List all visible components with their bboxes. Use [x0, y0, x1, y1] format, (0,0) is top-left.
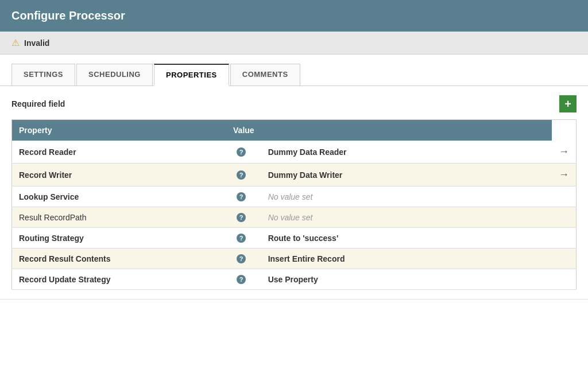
- table-row[interactable]: Record Reader?Dummy Data Reader→: [12, 141, 577, 164]
- col-header-action: [261, 120, 552, 141]
- status-bar: ⚠ Invalid: [0, 32, 588, 55]
- property-value[interactable]: Insert Entire Record: [261, 248, 552, 269]
- property-value[interactable]: No value set: [261, 207, 552, 228]
- dialog-header: Configure Processor: [0, 0, 588, 32]
- table-row[interactable]: Lookup Service?No value set: [12, 187, 577, 207]
- tab-scheduling[interactable]: SCHEDULING: [76, 64, 153, 86]
- add-property-button[interactable]: +: [559, 95, 577, 112]
- property-value[interactable]: Dummy Data Writer: [261, 164, 552, 187]
- help-cell: ?: [226, 248, 261, 269]
- arrow-cell: [552, 228, 577, 248]
- table-row[interactable]: Record Writer?Dummy Data Writer→: [12, 164, 577, 187]
- table-row[interactable]: Result RecordPath?No value set: [12, 207, 577, 228]
- navigate-arrow-icon[interactable]: →: [559, 146, 569, 157]
- required-field-row: Required field +: [11, 95, 577, 112]
- help-icon[interactable]: ?: [237, 234, 246, 243]
- property-name: Record Writer: [12, 164, 227, 187]
- help-cell: ?: [226, 269, 261, 290]
- warning-icon: ⚠: [11, 37, 20, 48]
- property-name: Routing Strategy: [12, 228, 227, 248]
- property-name: Record Reader: [12, 141, 227, 164]
- tabs-bar: SETTINGS SCHEDULING PROPERTIES COMMENTS: [0, 55, 588, 86]
- tab-comments[interactable]: COMMENTS: [230, 64, 300, 86]
- arrow-cell[interactable]: →: [552, 141, 577, 164]
- dialog-title: Configure Processor: [11, 9, 125, 22]
- help-icon[interactable]: ?: [237, 170, 246, 180]
- help-icon[interactable]: ?: [237, 147, 246, 157]
- property-name: Record Result Contents: [12, 248, 227, 269]
- help-icon[interactable]: ?: [237, 213, 246, 222]
- properties-table: Property Value Record Reader?Dummy Data …: [11, 119, 577, 290]
- table-row[interactable]: Record Result Contents?Insert Entire Rec…: [12, 248, 577, 269]
- navigate-arrow-icon[interactable]: →: [559, 169, 569, 180]
- content-area: Required field + Property Value Record R…: [0, 86, 588, 300]
- property-name: Lookup Service: [12, 187, 227, 207]
- property-value[interactable]: Dummy Data Reader: [261, 141, 552, 164]
- property-value[interactable]: Route to 'success': [261, 228, 552, 248]
- help-icon[interactable]: ?: [237, 254, 246, 263]
- property-name: Record Update Strategy: [12, 269, 227, 290]
- help-cell: ?: [226, 141, 261, 164]
- property-name: Result RecordPath: [12, 207, 227, 228]
- help-icon[interactable]: ?: [237, 275, 246, 284]
- status-label: Invalid: [24, 38, 49, 48]
- table-row[interactable]: Record Update Strategy?Use Property: [12, 269, 577, 290]
- arrow-cell: [552, 269, 577, 290]
- help-cell: ?: [226, 207, 261, 228]
- help-cell: ?: [226, 228, 261, 248]
- property-value[interactable]: Use Property: [261, 269, 552, 290]
- col-header-value: Value: [226, 120, 261, 141]
- table-row[interactable]: Routing Strategy?Route to 'success': [12, 228, 577, 248]
- arrow-cell: [552, 207, 577, 228]
- help-cell: ?: [226, 164, 261, 187]
- tab-properties[interactable]: PROPERTIES: [154, 64, 229, 86]
- help-cell: ?: [226, 187, 261, 207]
- help-icon[interactable]: ?: [237, 192, 246, 201]
- tab-settings[interactable]: SETTINGS: [11, 64, 75, 86]
- table-header-row: Property Value: [12, 120, 577, 141]
- required-field-label: Required field: [11, 99, 65, 108]
- arrow-cell: [552, 187, 577, 207]
- arrow-cell[interactable]: →: [552, 164, 577, 187]
- col-header-property: Property: [12, 120, 227, 141]
- property-value[interactable]: No value set: [261, 187, 552, 207]
- arrow-cell: [552, 248, 577, 269]
